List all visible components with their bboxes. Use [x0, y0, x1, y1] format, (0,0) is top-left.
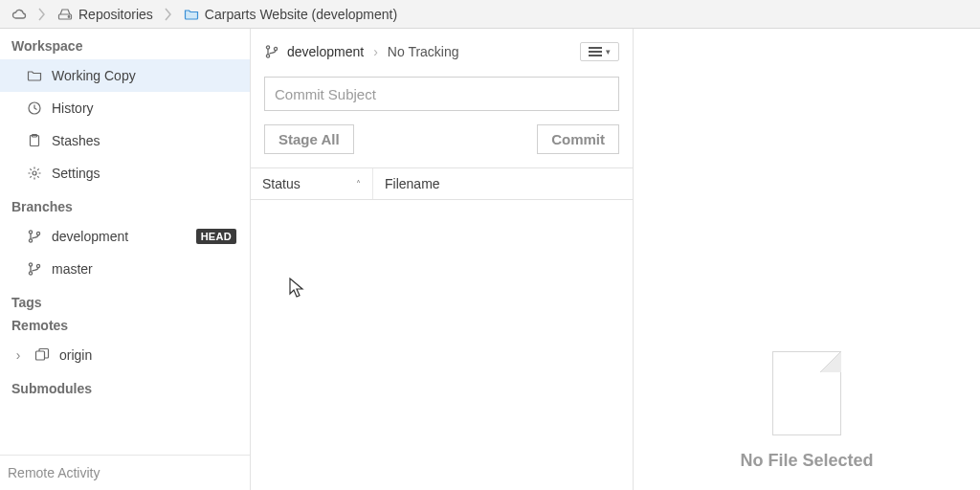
column-filename-label: Filename: [385, 176, 440, 191]
column-status-label: Status: [262, 176, 301, 191]
gear-icon: [27, 166, 42, 181]
sidebar-item-label: Working Copy: [52, 68, 136, 83]
breadcrumb-repositories-label: Repositories: [78, 7, 153, 22]
sidebar-item-label: master: [52, 261, 93, 277]
svg-point-6: [29, 231, 32, 234]
cloud-icon: [11, 7, 27, 22]
sidebar: Workspace Working Copy History Stashes S…: [0, 29, 251, 490]
svg-point-7: [29, 239, 32, 242]
breadcrumb-repositories[interactable]: Repositories: [52, 0, 159, 28]
sidebar-item-settings[interactable]: Settings: [0, 157, 250, 189]
sidebar-section-branches: Branches: [0, 189, 250, 220]
hamburger-menu-button[interactable]: ▾: [580, 42, 619, 61]
breadcrumb-repo[interactable]: Carparts Website (development): [178, 0, 403, 28]
commit-subject-input[interactable]: [264, 77, 619, 111]
clipboard-icon: [27, 133, 42, 148]
sidebar-footer-remote-activity[interactable]: Remote Activity: [0, 455, 250, 490]
svg-point-9: [29, 263, 32, 266]
sidebar-section-tags: Tags: [0, 285, 250, 316]
svg-point-15: [274, 47, 277, 50]
svg-point-8: [36, 232, 39, 234]
drive-icon: [57, 7, 73, 22]
sidebar-section-submodules: Submodules: [0, 371, 250, 402]
commit-button[interactable]: Commit: [537, 124, 619, 154]
column-status[interactable]: Status ˄: [251, 168, 373, 199]
svg-point-5: [33, 171, 36, 175]
stage-all-button[interactable]: Stage All: [264, 124, 354, 154]
sidebar-branch-development[interactable]: development HEAD: [0, 220, 250, 253]
svg-point-11: [36, 264, 39, 267]
chevron-right-icon: [163, 8, 174, 21]
chevron-right-icon: ›: [371, 44, 380, 59]
svg-point-14: [266, 55, 269, 57]
sidebar-section-workspace: Workspace: [0, 29, 250, 59]
tracking-label[interactable]: No Tracking: [388, 44, 459, 59]
branch-icon: [27, 261, 42, 277]
column-filename[interactable]: Filename: [373, 168, 452, 199]
sidebar-item-label: Settings: [52, 166, 100, 181]
head-badge: HEAD: [196, 229, 236, 244]
sidebar-branch-master[interactable]: master: [0, 253, 250, 285]
sidebar-item-label: Stashes: [52, 133, 100, 148]
sidebar-item-history[interactable]: History: [0, 92, 250, 124]
no-file-selected-label: No File Selected: [740, 451, 873, 471]
file-table-header: Status ˄ Filename: [251, 167, 633, 200]
chevron-down-icon: ▾: [606, 47, 611, 56]
cursor-icon: [289, 278, 306, 299]
sort-asc-icon: ˄: [356, 179, 361, 189]
sidebar-item-label: origin: [59, 347, 92, 363]
folder-icon: [184, 7, 199, 22]
breadcrumb-repo-label: Carparts Website (development): [205, 7, 397, 22]
branch-icon: [264, 44, 279, 59]
sidebar-item-label: development: [52, 229, 128, 244]
branch-icon: [27, 229, 42, 244]
mid-pane: development › No Tracking ▾ Stage All Co…: [251, 29, 634, 490]
clock-icon: [27, 100, 42, 116]
svg-point-10: [29, 272, 32, 275]
current-branch-label[interactable]: development: [287, 44, 364, 59]
right-pane: No File Selected: [634, 29, 980, 490]
sidebar-item-label: History: [52, 100, 94, 116]
svg-point-1: [68, 15, 70, 17]
hamburger-icon: [589, 47, 602, 56]
sidebar-item-stashes[interactable]: Stashes: [0, 124, 250, 157]
breadcrumb-cloud[interactable]: [6, 0, 33, 28]
svg-point-13: [266, 46, 269, 49]
breadcrumb-bar: Repositories Carparts Website (developme…: [0, 0, 980, 29]
sidebar-item-working-copy[interactable]: Working Copy: [0, 59, 250, 92]
chevron-right-icon: [36, 8, 48, 21]
remote-icon: [34, 347, 50, 363]
folder-icon: [27, 68, 42, 83]
sidebar-section-remotes: Remotes: [0, 316, 250, 339]
svg-rect-12: [36, 351, 45, 360]
chevron-right-icon: ›: [13, 347, 23, 363]
sidebar-remote-origin[interactable]: › origin: [0, 339, 250, 371]
file-icon: [772, 351, 841, 435]
